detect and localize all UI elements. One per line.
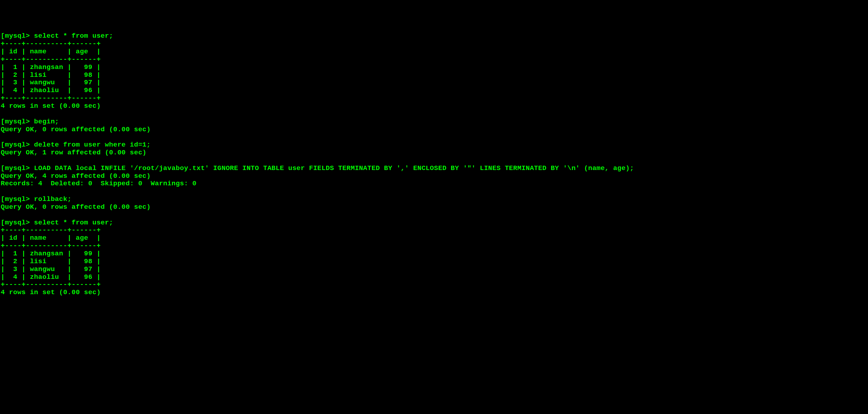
terminal-output[interactable]: [mysql> select * from user; +----+------… [1,32,867,297]
